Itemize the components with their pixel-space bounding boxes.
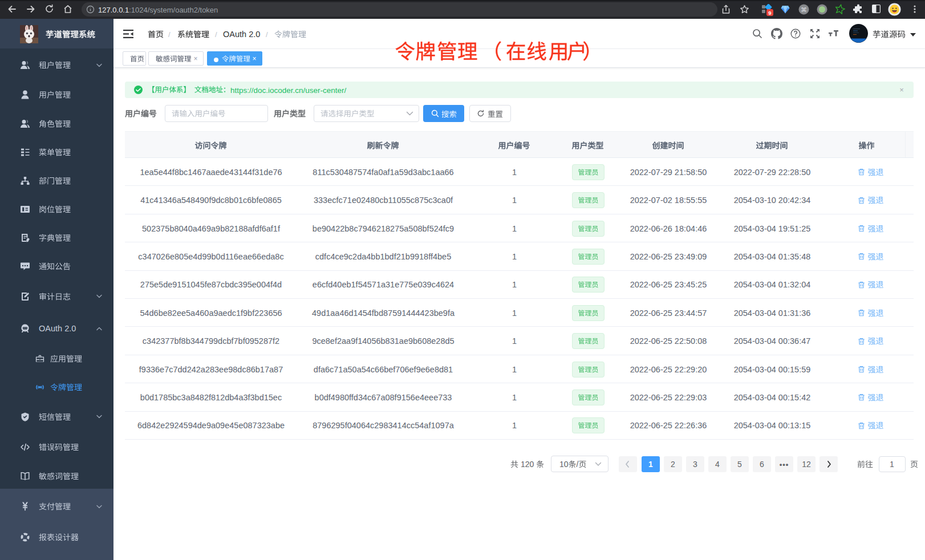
- svg-text:9: 9: [768, 10, 771, 16]
- svg-text:⌘: ⌘: [801, 6, 807, 13]
- svg-text:/: /: [577, 460, 579, 469]
- svg-text:10: 10: [559, 460, 569, 469]
- svg-text:120: 120: [518, 460, 536, 469]
